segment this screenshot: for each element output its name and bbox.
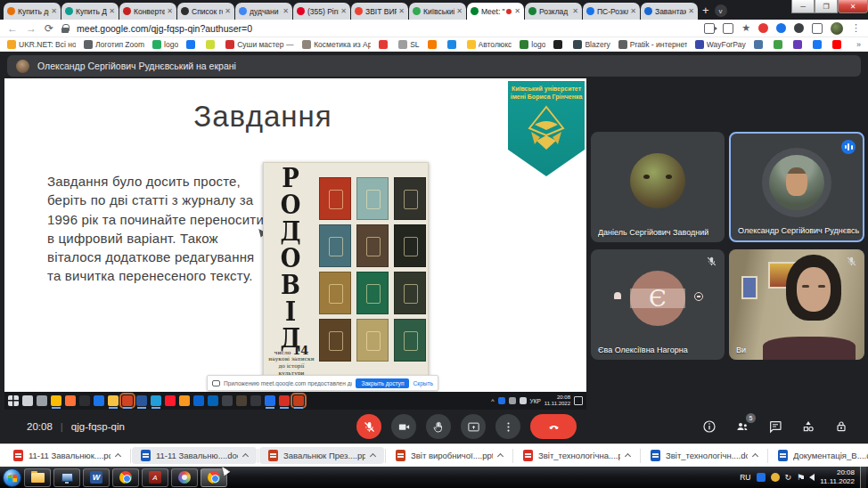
bookmark-item[interactable] <box>447 40 459 49</box>
tab-close-icon[interactable]: ✕ <box>688 7 694 15</box>
extension-blue-icon[interactable] <box>776 23 786 33</box>
browser-tab[interactable]: Конвертер ва ✕ <box>119 3 176 20</box>
chat-button[interactable] <box>768 419 782 434</box>
tab-close-icon[interactable]: ✕ <box>109 7 115 15</box>
bookmark-item[interactable]: UKR.NET: Всі нови... <box>7 40 76 49</box>
self-video-tile[interactable]: Ви <box>729 249 864 360</box>
browser-tab[interactable]: дудчани - По ✕ <box>235 3 292 20</box>
taskbar-chrome-active-button[interactable] <box>201 468 227 487</box>
extension-opera-icon[interactable] <box>758 23 768 33</box>
bookmark-item[interactable] <box>186 40 198 49</box>
browser-tab[interactable]: Завантаженн ✕ <box>641 3 698 20</box>
shared-notification-icon[interactable] <box>574 396 583 405</box>
sync-tray-icon[interactable]: ↻ <box>785 473 792 482</box>
address-bar[interactable]: meet.google.com/qjg-fqsp-qin?authuser=0 <box>77 23 696 34</box>
tab-close-icon[interactable]: ✕ <box>630 7 636 15</box>
shared-taskbar-app-icon[interactable] <box>94 395 104 406</box>
tab-sharing-camera-icon[interactable] <box>704 23 715 34</box>
tab-close-icon[interactable]: ✕ <box>225 7 231 15</box>
tab-close-icon[interactable]: ✕ <box>283 7 289 15</box>
bookmark-item[interactable]: SL <box>398 40 419 49</box>
meeting-details-button[interactable] <box>702 419 717 434</box>
translate-icon[interactable] <box>723 23 733 34</box>
taskbar-clock[interactable]: 20:08 11.11.2022 <box>820 468 855 486</box>
stop-sharing-button[interactable]: Закрыть доступ <box>356 378 409 388</box>
tray-chevron-icon[interactable]: ^ <box>491 398 494 404</box>
browser-tab[interactable]: ЗВІТ ВИРОБН ✕ <box>351 3 408 20</box>
shared-taskbar-app-icon[interactable] <box>37 395 47 406</box>
profile-avatar[interactable] <box>831 22 843 35</box>
bookmark-item[interactable] <box>832 40 844 49</box>
taskbar-word-button[interactable]: W <box>83 468 110 487</box>
chevron-up-icon[interactable] <box>497 453 504 460</box>
start-button[interactable] <box>3 468 21 487</box>
shared-taskbar-app-icon[interactable] <box>65 395 76 406</box>
shared-taskbar-app-icon[interactable] <box>193 395 204 406</box>
back-button[interactable]: ← <box>7 23 18 34</box>
tab-close-icon[interactable]: ✕ <box>572 7 578 15</box>
bookmark-item[interactable] <box>793 40 805 49</box>
bookmark-item[interactable]: Pratik - интернет-м... <box>618 40 687 49</box>
raise-hand-button[interactable] <box>426 414 451 439</box>
browser-tab[interactable]: Купить дом Ф ✕ <box>4 3 61 20</box>
tab-close-icon[interactable]: ✕ <box>398 7 405 15</box>
tab-search-chevron-icon[interactable]: v <box>715 4 727 17</box>
tab-close-icon[interactable]: ✕ <box>514 7 520 15</box>
minimize-button[interactable]: ─ <box>791 0 815 13</box>
participant-tile[interactable]: Даніель Сергійович Заводний <box>591 132 725 242</box>
bookmark-item[interactable] <box>813 40 824 49</box>
tab-close-icon[interactable]: ✕ <box>51 7 57 15</box>
host-controls-button[interactable] <box>834 419 848 434</box>
tab-close-icon[interactable]: ✕ <box>340 7 347 15</box>
bookmark-star-icon[interactable]: ★ <box>741 23 750 33</box>
bookmark-item[interactable] <box>553 40 565 49</box>
close-button[interactable]: ✕ <box>838 0 868 13</box>
new-tab-button[interactable]: + <box>702 4 709 17</box>
taskbar-paint-button[interactable] <box>171 468 198 487</box>
browser-tab[interactable]: Meet: "qjg ✕ <box>467 3 524 20</box>
extension-square-icon[interactable] <box>812 23 823 34</box>
bookmark-item[interactable]: Blazery <box>573 40 610 49</box>
shared-taskbar-app-icon[interactable] <box>22 395 33 406</box>
taskbar-display-button[interactable] <box>53 468 80 487</box>
browser-tab[interactable]: Розклад занят ✕ <box>525 3 582 20</box>
shared-taskbar-app-icon[interactable] <box>151 395 161 406</box>
shared-taskbar-app-icon[interactable] <box>250 395 261 406</box>
bookmark-item[interactable]: Косметика из Арм... <box>302 40 371 49</box>
shared-taskbar-app-icon[interactable] <box>279 395 290 406</box>
download-item[interactable]: 11-11 Завальню....docx <box>132 447 257 464</box>
bookmark-item[interactable]: Суши мастер — за... <box>225 40 294 49</box>
language-indicator[interactable]: RU <box>740 473 750 482</box>
browser-tab[interactable]: Київський уні ✕ <box>409 3 466 20</box>
bookmark-item[interactable]: logo <box>520 40 545 49</box>
download-item[interactable]: Звіт виробничої....pptx <box>387 447 512 464</box>
download-item[interactable]: Звіт_технологічн....docx <box>642 447 766 464</box>
shared-taskbar-app-icon[interactable] <box>208 395 218 406</box>
bookmark-item[interactable] <box>379 40 390 49</box>
shared-taskbar-app-icon[interactable] <box>293 395 304 406</box>
mic-toggle-button[interactable] <box>356 414 381 439</box>
key-tray-icon[interactable] <box>771 473 780 482</box>
browser-tab[interactable]: ПС-Розклад в ✕ <box>583 3 640 20</box>
shared-taskbar-app-icon[interactable] <box>136 395 147 406</box>
bookmark-item[interactable] <box>428 40 439 49</box>
bookmark-item[interactable] <box>206 40 217 49</box>
shared-taskbar-app-icon[interactable] <box>265 395 275 406</box>
extension-dark-icon[interactable] <box>794 23 804 33</box>
browser-tab[interactable]: Список горо ✕ <box>177 3 234 20</box>
bookmark-item[interactable]: WayForPay <box>695 40 746 49</box>
taskbar-explorer-button[interactable] <box>24 468 51 487</box>
tray-app-icon[interactable] <box>498 397 505 404</box>
browser-tab[interactable]: (355) Pinterest ✕ <box>293 3 350 20</box>
maximize-button[interactable]: ❐ <box>815 0 838 13</box>
shared-taskbar-app-icon[interactable] <box>8 395 19 406</box>
shared-taskbar-app-icon[interactable] <box>79 395 90 406</box>
participant-tile[interactable]: Є Єва Олексіївна Нагорна <box>591 249 725 360</box>
participants-button[interactable]: 5 <box>735 419 749 434</box>
speaker-tray-icon[interactable] <box>809 474 815 481</box>
present-screen-button[interactable] <box>461 414 486 439</box>
chevron-up-icon[interactable] <box>242 453 249 460</box>
shared-taskbar-app-icon[interactable] <box>108 395 119 406</box>
browser-menu-icon[interactable]: ⋮ <box>851 22 861 34</box>
participant-tile-active-speaker[interactable]: Олександр Сергійович Руднєвський <box>729 132 864 242</box>
